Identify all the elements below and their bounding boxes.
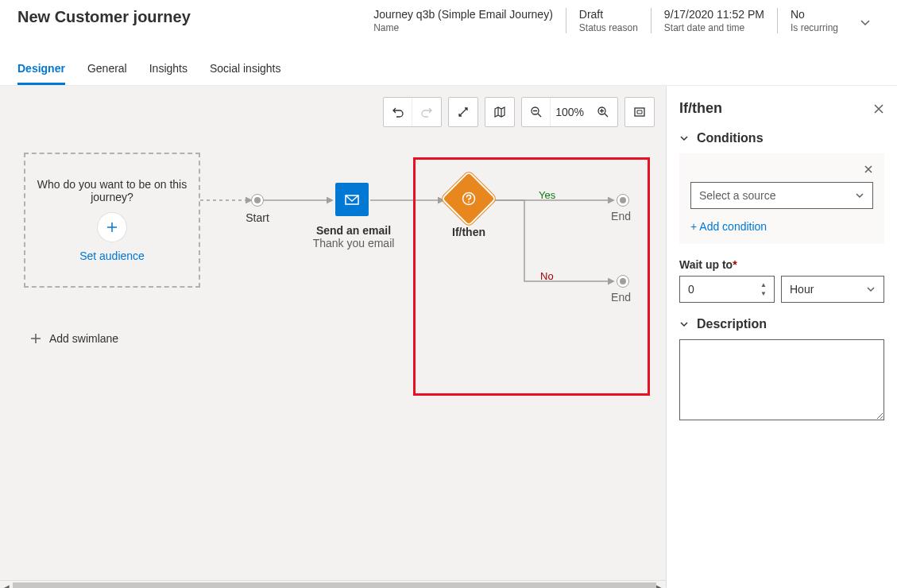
- chevron-down-icon: [679, 133, 689, 143]
- undo-button[interactable]: [384, 98, 412, 126]
- scroll-right-button[interactable]: ▶: [653, 581, 666, 588]
- close-icon: [873, 103, 884, 114]
- plus-icon: [106, 221, 118, 234]
- remove-condition-button[interactable]: [864, 164, 873, 174]
- tab-general[interactable]: General: [87, 56, 127, 85]
- start-node[interactable]: [251, 194, 264, 207]
- page-header: New Customer journey Journey q3b (Simple…: [0, 0, 897, 48]
- map-icon: [493, 106, 506, 118]
- audience-question: Who do you want to be on this journey?: [33, 178, 191, 203]
- plus-icon: [30, 333, 41, 344]
- description-toggle[interactable]: Description: [679, 317, 884, 331]
- properties-title: If/then: [679, 100, 722, 117]
- header-field-status: Draft Status reason: [566, 8, 651, 33]
- select-source-placeholder: Select a source: [699, 189, 776, 202]
- redo-icon: [420, 106, 433, 118]
- horizontal-scrollbar[interactable]: ◀ ▶: [0, 580, 666, 588]
- wait-unit-value: Hour: [790, 283, 814, 296]
- wait-value-input[interactable]: 0 ▲ ▼: [679, 276, 775, 303]
- scroll-left-button[interactable]: ◀: [0, 581, 13, 588]
- selection-highlight: [413, 157, 650, 396]
- canvas-toolbar: 100%: [383, 97, 655, 127]
- conditions-body: Select a source + Add condition: [679, 153, 884, 244]
- zoom-in-icon: [597, 106, 609, 118]
- header-summary-fields: Journey q3b (Simple Email Journey) Name …: [361, 8, 851, 33]
- zoom-level-label: 100%: [551, 98, 589, 126]
- svg-rect-2: [635, 108, 644, 116]
- fit-to-screen-icon: [633, 106, 646, 118]
- zoom-out-icon: [530, 106, 543, 118]
- minimap-button[interactable]: [485, 98, 514, 126]
- send-email-label: Send an email Thank you email: [294, 224, 413, 250]
- wait-section: Wait up to* 0 ▲ ▼ Hour: [679, 258, 884, 303]
- fit-to-screen-button[interactable]: [625, 98, 654, 126]
- wait-unit-dropdown[interactable]: Hour: [781, 276, 884, 303]
- close-panel-button[interactable]: [873, 103, 884, 114]
- page-title: New Customer journey: [17, 8, 361, 26]
- redo-button[interactable]: [412, 98, 441, 126]
- select-source-dropdown[interactable]: Select a source: [690, 182, 873, 209]
- description-section: Description: [679, 317, 884, 423]
- close-icon: [864, 164, 873, 174]
- properties-panel: If/then Conditions Select a source: [666, 86, 897, 588]
- zoom-out-button[interactable]: [522, 98, 551, 126]
- undo-icon: [392, 106, 404, 118]
- description-textarea[interactable]: [679, 339, 884, 420]
- add-condition-link[interactable]: + Add condition: [690, 220, 873, 233]
- send-email-tile[interactable]: [335, 183, 369, 216]
- email-icon: [344, 191, 360, 207]
- wait-label: Wait up to*: [679, 258, 884, 271]
- expand-icon: [457, 106, 470, 118]
- designer-canvas[interactable]: 100% Start Who: [0, 86, 666, 588]
- wait-step-down[interactable]: ▼: [758, 289, 769, 298]
- chevron-down-icon: [860, 17, 871, 28]
- start-label: Start: [218, 211, 297, 224]
- wait-step-up[interactable]: ▲: [758, 280, 769, 289]
- header-expand-toggle[interactable]: [851, 8, 880, 37]
- scroll-thumb[interactable]: [13, 582, 656, 588]
- wait-value: 0: [688, 283, 694, 296]
- audience-placeholder[interactable]: Who do you want to be on this journey? S…: [24, 153, 200, 288]
- chevron-down-icon: [855, 191, 864, 200]
- chevron-down-icon: [679, 319, 689, 329]
- main-tabs: Designer General Insights Social insight…: [0, 48, 897, 86]
- tab-social-insights[interactable]: Social insights: [210, 56, 281, 85]
- header-field-recurring: No Is recurring: [777, 8, 851, 33]
- set-audience-link[interactable]: Set audience: [79, 250, 145, 262]
- add-swimlane-label: Add swimlane: [49, 332, 118, 345]
- add-swimlane-button[interactable]: Add swimlane: [30, 332, 118, 345]
- header-field-startdate: 9/17/2020 11:52 PM Start date and time: [651, 8, 777, 33]
- expand-button[interactable]: [449, 98, 477, 126]
- conditions-section: Conditions Select a source + Add conditi…: [679, 131, 884, 244]
- chevron-down-icon: [866, 284, 876, 294]
- tab-designer[interactable]: Designer: [17, 56, 65, 85]
- main-content: 100% Start Who: [0, 86, 897, 588]
- conditions-toggle[interactable]: Conditions: [679, 131, 884, 145]
- tab-insights[interactable]: Insights: [149, 56, 188, 85]
- add-audience-button[interactable]: [98, 213, 126, 242]
- header-field-name: Journey q3b (Simple Email Journey) Name: [361, 8, 566, 33]
- zoom-in-button[interactable]: [589, 98, 617, 126]
